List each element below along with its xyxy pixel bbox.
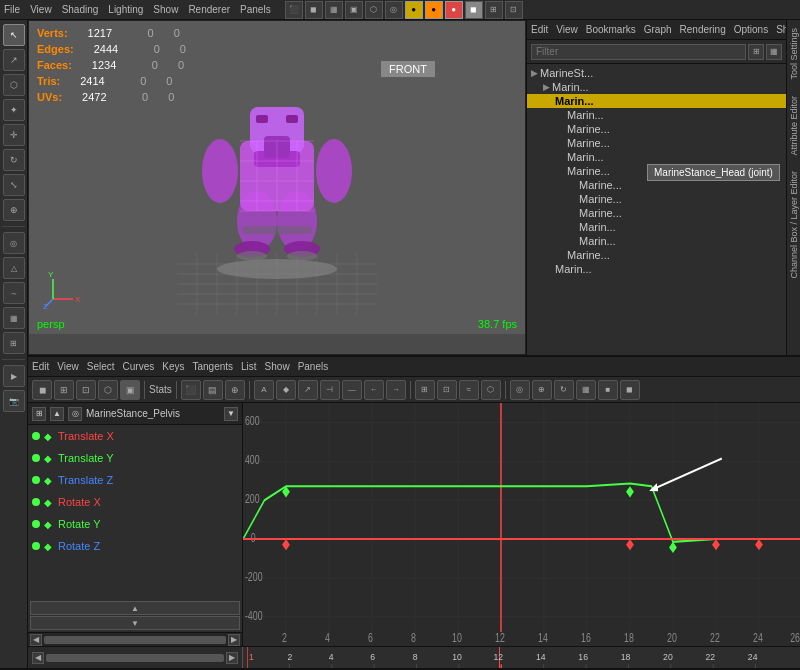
- menu-file[interactable]: File: [4, 4, 20, 15]
- channel-item-4[interactable]: ◆ Rotate Y: [28, 513, 242, 535]
- graph-tool-move[interactable]: ⊞: [54, 380, 74, 400]
- outliner-item-1[interactable]: ▶ Marin...: [527, 80, 786, 94]
- outliner-item-9[interactable]: Marine...: [527, 192, 786, 206]
- toolbar-icon-4[interactable]: ▣: [345, 1, 363, 19]
- channel-scroll-btn[interactable]: ▼: [224, 407, 238, 421]
- graph-menu-curves[interactable]: Curves: [123, 361, 155, 372]
- channel-scroll-up[interactable]: ▲: [30, 601, 240, 615]
- tool-move[interactable]: ✛: [3, 124, 25, 146]
- channel-hscroll-bar[interactable]: [44, 636, 226, 644]
- graph-tool-norm[interactable]: ◎: [510, 380, 530, 400]
- graph-tool-region[interactable]: ⬡: [481, 380, 501, 400]
- channel-header-icon2[interactable]: ◎: [68, 407, 82, 421]
- toolbar-icon-9[interactable]: ●: [445, 1, 463, 19]
- tool-cam[interactable]: 📷: [3, 390, 25, 412]
- outliner-item-6[interactable]: Marin...: [527, 150, 786, 164]
- graph-tool-snap2[interactable]: ⊡: [437, 380, 457, 400]
- outliner-menu-view[interactable]: View: [556, 24, 578, 35]
- tool-lasso[interactable]: ⬡: [3, 74, 25, 96]
- channel-hscroll-right[interactable]: ▶: [228, 634, 240, 646]
- tool-universal[interactable]: ⊕: [3, 199, 25, 221]
- toolbar-icon-8[interactable]: ●: [425, 1, 443, 19]
- timeline-scroll-bar[interactable]: [46, 654, 224, 662]
- graph-tool-keys[interactable]: ◆: [276, 380, 296, 400]
- toolbar-icon-10[interactable]: ◼: [465, 1, 483, 19]
- graph-menu-tangents[interactable]: Tangents: [192, 361, 233, 372]
- tool-curve[interactable]: ～: [3, 282, 25, 304]
- graph-tool-tangent[interactable]: ↗: [298, 380, 318, 400]
- outliner-item-0[interactable]: ▶ MarineSt...: [527, 66, 786, 80]
- toolbar-icon-7[interactable]: ●: [405, 1, 423, 19]
- tool-paint[interactable]: ✦: [3, 99, 25, 121]
- tool-mesh[interactable]: ▦: [3, 307, 25, 329]
- graph-tool-view1[interactable]: ⊕: [225, 380, 245, 400]
- toolbar-icon-6[interactable]: ◎: [385, 1, 403, 19]
- graph-menu-view[interactable]: View: [57, 361, 79, 372]
- tool-snap[interactable]: ⊞: [3, 332, 25, 354]
- channel-item-0[interactable]: ◆ Translate X: [28, 425, 242, 447]
- tool-scale[interactable]: ⤡: [3, 174, 25, 196]
- menu-lighting[interactable]: Lighting: [108, 4, 143, 15]
- graph-tool-cycle[interactable]: ↻: [554, 380, 574, 400]
- graph-tool-m2[interactable]: ■: [598, 380, 618, 400]
- graph-tool-scale[interactable]: ⊡: [76, 380, 96, 400]
- graph-tool-key[interactable]: ▣: [120, 380, 140, 400]
- tab-attribute-editor[interactable]: Attribute Editor: [787, 88, 801, 164]
- menu-renderer[interactable]: Renderer: [188, 4, 230, 15]
- timeline-scroll-left[interactable]: ◀: [32, 652, 44, 664]
- graph-menu-show[interactable]: Show: [265, 361, 290, 372]
- toolbar-icon-1[interactable]: ⬛: [285, 1, 303, 19]
- outliner-item-4[interactable]: Marine...: [527, 122, 786, 136]
- tool-rotate[interactable]: ↻: [3, 149, 25, 171]
- graph-tool-insert[interactable]: ⬡: [98, 380, 118, 400]
- tab-tool-settings[interactable]: Tool Settings: [787, 20, 801, 88]
- toolbar-icon-5[interactable]: ⬡: [365, 1, 383, 19]
- tab-channel-box[interactable]: Channel Box / Layer Editor: [787, 163, 801, 287]
- outliner-item-3[interactable]: Marin...: [527, 108, 786, 122]
- graph-tool-stack[interactable]: ⊕: [532, 380, 552, 400]
- graph-tool-ripple[interactable]: ≈: [459, 380, 479, 400]
- graph-tool-select[interactable]: ◼: [32, 380, 52, 400]
- toolbar-icon-3[interactable]: ▦: [325, 1, 343, 19]
- menu-show[interactable]: Show: [153, 4, 178, 15]
- graph-tool-m1[interactable]: ▦: [576, 380, 596, 400]
- outliner-item-2[interactable]: Marin...: [527, 94, 786, 108]
- outliner-item-5[interactable]: Marine...: [527, 136, 786, 150]
- toolbar-icon-12[interactable]: ⊡: [505, 1, 523, 19]
- graph-tool-m3[interactable]: ◼: [620, 380, 640, 400]
- graph-tool-frame[interactable]: ⬛: [181, 380, 201, 400]
- graph-menu-keys[interactable]: Keys: [162, 361, 184, 372]
- graph-menu-select[interactable]: Select: [87, 361, 115, 372]
- channel-header-icon[interactable]: ⊞: [32, 407, 46, 421]
- menu-shading[interactable]: Shading: [62, 4, 99, 15]
- graph-menu-list[interactable]: List: [241, 361, 257, 372]
- graph-tool-out[interactable]: →: [386, 380, 406, 400]
- outliner-item-13[interactable]: Marine...: [527, 248, 786, 262]
- channel-scroll-down[interactable]: ▼: [30, 616, 240, 630]
- outliner-item-10[interactable]: Marine...: [527, 206, 786, 220]
- outliner-tool-1[interactable]: ⊞: [748, 44, 764, 60]
- timeline-scroll-right[interactable]: ▶: [226, 652, 238, 664]
- graph-tool-a[interactable]: A: [254, 380, 274, 400]
- menu-view[interactable]: View: [30, 4, 52, 15]
- outliner-item-11[interactable]: Marin...: [527, 220, 786, 234]
- graph-tool-snap1[interactable]: ⊞: [415, 380, 435, 400]
- outliner-tool-2[interactable]: ▦: [766, 44, 782, 60]
- channel-item-3[interactable]: ◆ Rotate X: [28, 491, 242, 513]
- outliner-item-7[interactable]: Marine... MarineStance_Head (joint): [527, 164, 786, 178]
- channel-item-5[interactable]: ◆ Rotate Z: [28, 535, 242, 557]
- channel-item-2[interactable]: ◆ Translate Z: [28, 469, 242, 491]
- outliner-menu-edit[interactable]: Edit: [531, 24, 548, 35]
- outliner-search[interactable]: [531, 44, 746, 60]
- channel-header-arrow[interactable]: ▲: [50, 407, 64, 421]
- outliner-menu-options[interactable]: Options: [734, 24, 768, 35]
- channel-hscroll-left[interactable]: ◀: [30, 634, 42, 646]
- toolbar-icon-2[interactable]: ◼: [305, 1, 323, 19]
- tool-arrow[interactable]: ↗: [3, 49, 25, 71]
- tool-render[interactable]: ▶: [3, 365, 25, 387]
- menu-panels[interactable]: Panels: [240, 4, 271, 15]
- graph-tool-flat[interactable]: —: [342, 380, 362, 400]
- outliner-menu-graph[interactable]: Graph: [644, 24, 672, 35]
- graph-view[interactable]: 600 400 200 0 -200 -400 2 4 6 8 10 12 14: [243, 403, 800, 646]
- graph-menu-edit[interactable]: Edit: [32, 361, 49, 372]
